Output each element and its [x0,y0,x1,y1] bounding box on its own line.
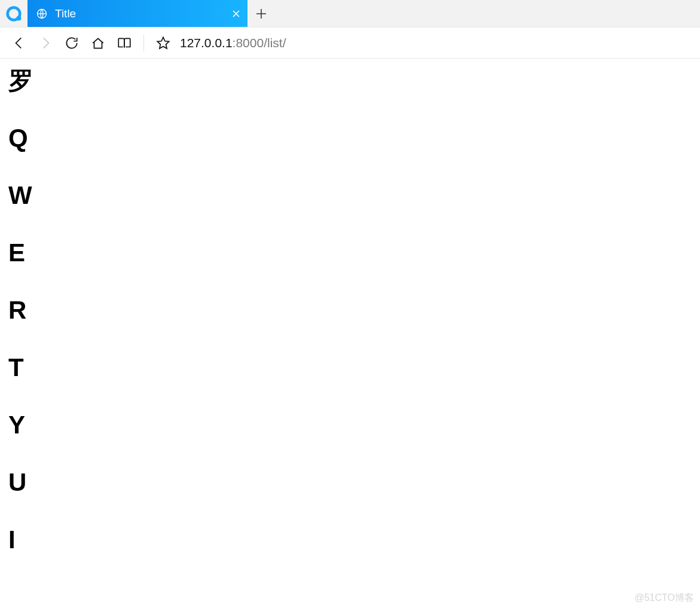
list-heading: W [8,183,692,208]
list-heading: Y [8,413,692,438]
app-logo [0,0,27,27]
list-heading: T [8,355,692,380]
tab-title: Title [55,7,239,20]
list-heading: 罗 [8,68,692,93]
title-bar: Title [0,0,700,28]
address-host: 127.0.0.1 [180,36,233,50]
close-tab-button[interactable] [232,10,240,18]
home-button[interactable] [85,28,111,59]
back-button[interactable] [6,28,32,59]
list-heading: E [8,240,692,265]
list-heading: U [8,470,692,495]
forward-button[interactable] [32,28,59,59]
new-tab-button[interactable] [247,0,275,27]
address-path: :8000/list/ [233,36,286,50]
reload-button[interactable] [59,28,85,59]
list-heading: I [8,527,692,552]
address-bar[interactable]: 127.0.0.1:8000/list/ [176,36,694,50]
list-heading: R [8,298,692,323]
toolbar: 127.0.0.1:8000/list/ [0,28,700,59]
globe-icon [36,8,48,20]
browser-tab[interactable]: Title [27,0,247,27]
page-content: 罗QWERTYUI [0,59,700,594]
toolbar-separator [143,35,144,51]
watermark: @51CTO博客 [634,592,694,604]
favorite-button[interactable] [150,28,176,59]
svg-point-1 [17,16,22,20]
reader-button[interactable] [111,28,137,59]
list-heading: Q [8,126,692,151]
